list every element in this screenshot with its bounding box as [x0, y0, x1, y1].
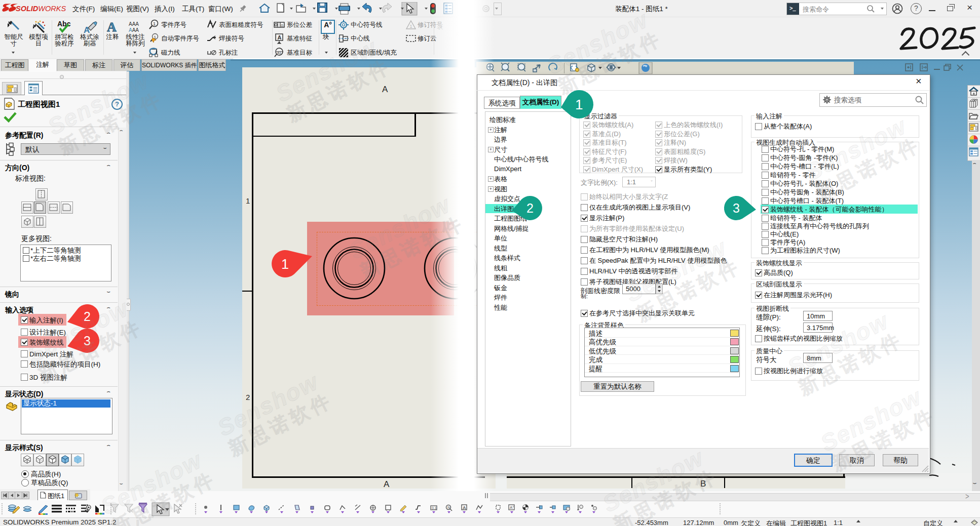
svg-text:2: 2 — [84, 309, 91, 323]
svg-text:3: 3 — [733, 201, 740, 215]
svg-text:3: 3 — [84, 334, 91, 348]
svg-text:A: A — [463, 505, 466, 510]
svg-text:1: 1 — [281, 257, 289, 272]
svg-text:2: 2 — [526, 201, 534, 215]
svg-text:1: 1 — [575, 97, 583, 112]
svg-text:N: N — [447, 506, 450, 509]
svg-text:0.1: 0.1 — [432, 506, 437, 510]
svg-text:A°: A° — [510, 505, 514, 510]
